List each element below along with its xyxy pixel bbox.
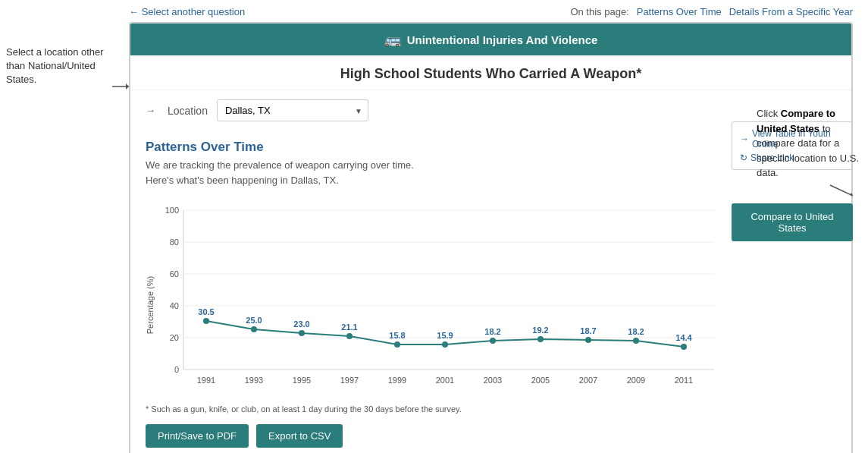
svg-text:30.5: 30.5 xyxy=(198,307,214,316)
sidebar-right-pre: Click xyxy=(757,108,781,119)
svg-point-35 xyxy=(633,338,639,344)
svg-text:60: 60 xyxy=(170,269,179,278)
svg-text:19.2: 19.2 xyxy=(532,326,548,335)
location-select-wrapper: Dallas, TX National United States New Yo… xyxy=(217,99,368,121)
svg-text:15.9: 15.9 xyxy=(437,331,453,340)
svg-text:1993: 1993 xyxy=(245,376,263,385)
header-bar: 🚌 Unintentional Injuries And Violence xyxy=(130,24,851,55)
svg-text:1991: 1991 xyxy=(197,376,215,385)
svg-point-29 xyxy=(346,333,353,339)
svg-text:80: 80 xyxy=(170,238,179,247)
on-this-page: On this page: Patterns Over Time Details… xyxy=(570,6,853,17)
patterns-over-time-link[interactable]: Patterns Over Time xyxy=(637,6,722,17)
svg-text:20: 20 xyxy=(170,333,179,342)
svg-line-48 xyxy=(830,185,853,196)
page-title: High School Students Who Carried A Weapo… xyxy=(130,55,851,90)
svg-text:18.2: 18.2 xyxy=(484,327,500,336)
on-this-page-label: On this page: xyxy=(570,6,628,17)
svg-text:2001: 2001 xyxy=(436,376,454,385)
svg-point-33 xyxy=(537,336,544,342)
svg-text:2009: 2009 xyxy=(627,376,645,385)
svg-point-30 xyxy=(394,341,400,348)
location-arrow-indicator xyxy=(146,105,158,116)
line-chart: Percentage (%) 0 20 40 60 80 100 xyxy=(146,195,737,400)
svg-text:1995: 1995 xyxy=(293,376,311,385)
svg-text:2011: 2011 xyxy=(675,376,693,385)
button-row: Print/Save to PDF Export to CSV xyxy=(146,424,836,448)
svg-point-31 xyxy=(442,341,448,348)
footnote: * Such as a gun, knife, or club, on at l… xyxy=(146,404,836,414)
svg-text:Percentage (%): Percentage (%) xyxy=(146,276,155,334)
svg-point-28 xyxy=(299,330,305,336)
back-link[interactable]: Select another question xyxy=(129,6,245,17)
location-select[interactable]: Dallas, TX National United States New Yo… xyxy=(217,99,368,121)
compare-to-us-button[interactable]: Compare to United States xyxy=(732,203,853,241)
svg-text:25.0: 25.0 xyxy=(246,316,262,325)
svg-point-34 xyxy=(585,337,591,343)
print-save-button[interactable]: Print/Save to PDF xyxy=(146,424,249,448)
export-csv-button[interactable]: Export to CSV xyxy=(256,424,343,448)
svg-point-36 xyxy=(681,344,687,350)
compare-arrow-annotation xyxy=(732,179,853,200)
truck-icon: 🚌 xyxy=(384,31,401,48)
details-specific-year-link[interactable]: Details From a Specific Year xyxy=(729,6,853,17)
share-icon: ↻ xyxy=(740,153,747,163)
top-nav: Select another question On this page: Pa… xyxy=(0,0,868,22)
svg-point-32 xyxy=(490,338,496,344)
svg-text:21.1: 21.1 xyxy=(341,322,357,332)
svg-text:15.8: 15.8 xyxy=(389,331,405,340)
svg-text:2005: 2005 xyxy=(531,376,550,385)
svg-text:18.2: 18.2 xyxy=(628,327,644,336)
svg-text:1997: 1997 xyxy=(340,376,359,385)
svg-text:2003: 2003 xyxy=(484,376,502,385)
svg-text:23.0: 23.0 xyxy=(293,319,309,329)
sidebar-left-annotation: Select a location other than National/Un… xyxy=(0,46,118,87)
category-label: Unintentional Injuries And Violence xyxy=(407,33,598,46)
svg-text:0: 0 xyxy=(174,365,179,374)
arrow-right-icon: → xyxy=(740,134,749,144)
svg-text:2007: 2007 xyxy=(579,376,597,385)
svg-text:40: 40 xyxy=(170,301,179,310)
svg-point-27 xyxy=(251,326,257,332)
sidebar-right-annotation: Click Compare to United States to compar… xyxy=(750,106,868,181)
svg-text:1999: 1999 xyxy=(388,376,406,385)
svg-text:18.7: 18.7 xyxy=(580,326,596,335)
svg-text:100: 100 xyxy=(165,206,179,215)
svg-point-26 xyxy=(203,318,209,324)
svg-text:14.4: 14.4 xyxy=(675,333,692,342)
location-label: Location xyxy=(168,105,208,117)
